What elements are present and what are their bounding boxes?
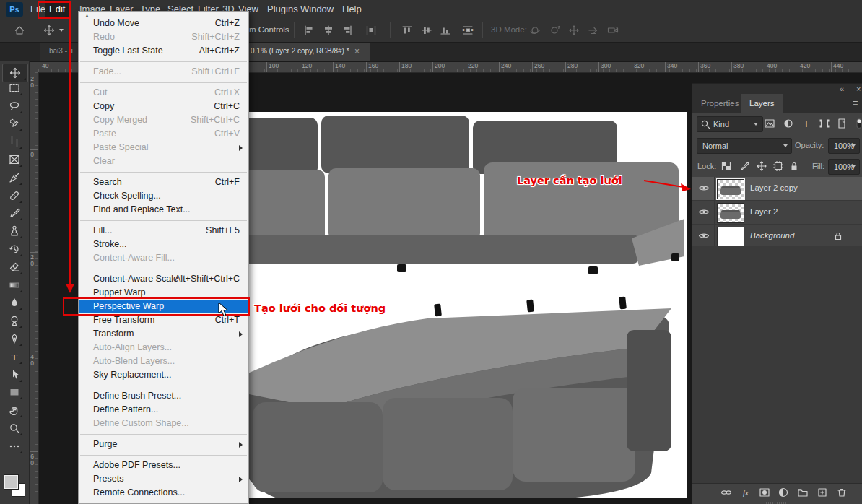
menu-item-auto-blend-layers[interactable]: Auto-Blend Layers... <box>79 355 248 368</box>
layer-visibility-eye-icon[interactable] <box>698 207 710 217</box>
menu-item-clear[interactable]: Clear <box>79 155 248 168</box>
healing-brush-tool[interactable] <box>6 187 23 204</box>
photoshop-logo[interactable]: Ps <box>6 2 23 17</box>
pen-tool[interactable] <box>6 330 23 347</box>
filter-kind-select[interactable]: Kind <box>697 116 763 132</box>
3d-pan-button[interactable] <box>568 25 580 36</box>
menu-item-toggle-last-state[interactable]: Toggle Last StateAlt+Ctrl+Z <box>79 44 248 58</box>
menu-item-paste-special[interactable]: Paste Special <box>79 141 248 155</box>
lock-pixels-button[interactable] <box>739 160 750 172</box>
menu-item-redo[interactable]: RedoShift+Ctrl+Z <box>79 30 248 44</box>
menu-item-copy[interactable]: CopyCtrl+C <box>79 100 248 113</box>
smart-object-filter-button[interactable] <box>836 118 848 129</box>
menu-item-presets[interactable]: Presets <box>79 472 248 486</box>
layer-thumbnail[interactable] <box>717 203 744 223</box>
align-top-button[interactable] <box>401 25 413 36</box>
lock-position-button[interactable] <box>756 160 767 172</box>
quick-selection-tool[interactable] <box>6 115 23 132</box>
close-tab-icon[interactable]: × <box>354 46 360 56</box>
3d-camera-button[interactable] <box>607 25 619 36</box>
menu-item-search[interactable]: SearchCtrl+F <box>79 175 248 189</box>
gradient-tool[interactable] <box>6 277 23 294</box>
menu-help[interactable]: Help <box>338 0 366 19</box>
blend-mode-select[interactable]: Normal <box>697 138 792 154</box>
layer-visibility-eye-icon[interactable] <box>698 183 710 193</box>
menu-item-undo-move[interactable]: Undo MoveCtrl+Z <box>79 17 248 30</box>
adjustment-filter-button[interactable] <box>783 118 794 129</box>
adjustment-layer-button[interactable] <box>778 487 789 498</box>
menu-window[interactable]: Window <box>296 0 338 19</box>
more-options-button[interactable]: ••• <box>462 25 475 34</box>
menu-item-copy-merged[interactable]: Copy MergedShift+Ctrl+C <box>79 113 248 127</box>
menu-item-fade[interactable]: Fade...Shift+Ctrl+F <box>79 65 248 79</box>
new-group-button[interactable] <box>797 487 809 498</box>
menu-item-content-aware-scale[interactable]: Content-Aware ScaleAlt+Shift+Ctrl+C <box>79 272 248 286</box>
layer-row-background[interactable]: Background <box>692 225 862 248</box>
lock-artboard-button[interactable] <box>772 160 784 172</box>
menu-item-define-custom-shape[interactable]: Define Custom Shape... <box>79 417 248 430</box>
edit-toolbar-tool[interactable] <box>6 438 23 455</box>
menu-item-fill[interactable]: Fill...Shift+F5 <box>79 224 248 238</box>
layer-row-layer-2[interactable]: Layer 2 <box>692 201 862 225</box>
menu-item-purge[interactable]: Purge <box>79 438 248 451</box>
crop-tool[interactable] <box>6 133 23 150</box>
align-center-horizontal-button[interactable] <box>323 25 334 36</box>
brush-tool[interactable] <box>6 204 23 222</box>
opacity-input[interactable]: 100% <box>828 138 860 154</box>
menu-item-adobe-pdf-presets[interactable]: Adobe PDF Presets... <box>79 459 248 472</box>
align-left-button[interactable] <box>303 25 315 36</box>
clone-stamp-tool[interactable] <box>6 222 23 240</box>
collapse-panel-icon[interactable]: « <box>840 84 844 94</box>
dodge-tool[interactable] <box>6 312 23 329</box>
menu-item-content-aware-fill[interactable]: Content-Aware Fill... <box>79 251 248 265</box>
frame-tool[interactable] <box>6 151 23 168</box>
move-tool-chevron-icon[interactable] <box>59 29 64 32</box>
type-tool[interactable]: T <box>6 348 23 365</box>
lock-transparent-button[interactable] <box>720 160 732 172</box>
pixel-filter-button[interactable] <box>764 118 775 129</box>
distribute-horizontal-button[interactable] <box>365 25 377 36</box>
link-layers-button[interactable] <box>720 487 732 498</box>
layer-name[interactable]: Layer 2 <box>750 207 778 216</box>
layer-thumbnail[interactable] <box>717 227 744 247</box>
rectangle-tool[interactable] <box>6 383 23 401</box>
layer-effects-button[interactable]: fx <box>740 487 752 498</box>
type-filter-button[interactable]: T <box>801 118 812 129</box>
eraser-tool[interactable] <box>6 258 23 276</box>
menu-item-define-pattern[interactable]: Define Pattern... <box>79 403 248 417</box>
filter-switch-button[interactable] <box>853 118 862 129</box>
align-right-button[interactable] <box>341 25 353 36</box>
layer-name[interactable]: Layer 2 copy <box>750 183 798 192</box>
fill-input[interactable]: 100% <box>828 159 860 175</box>
menu-item-paste[interactable]: PasteCtrl+V <box>79 127 248 141</box>
new-layer-button[interactable] <box>817 487 828 498</box>
foreground-color-swatch[interactable] <box>4 475 18 489</box>
3d-roll-button[interactable] <box>549 25 560 36</box>
menu-item-remote-connections[interactable]: Remote Connections... <box>79 486 248 500</box>
tab-layers[interactable]: Layers <box>741 94 783 113</box>
path-selection-tool[interactable] <box>6 366 23 383</box>
layer-visibility-eye-icon[interactable] <box>698 231 710 240</box>
rectangular-marquee-tool[interactable] <box>6 79 23 97</box>
eyedropper-tool[interactable] <box>6 169 23 186</box>
shape-filter-button[interactable] <box>819 118 830 129</box>
menu-item-stroke[interactable]: Stroke... <box>79 238 248 251</box>
align-bottom-button[interactable] <box>440 25 451 36</box>
3d-slide-button[interactable] <box>588 25 599 36</box>
move-tool-icon[interactable] <box>43 25 55 36</box>
zoom-tool[interactable] <box>6 420 23 437</box>
home-icon[interactable] <box>14 25 25 36</box>
menu-item-sky-replacement[interactable]: Sky Replacement... <box>79 368 248 382</box>
tab-properties[interactable]: Properties <box>692 94 747 113</box>
menu-item-check-spelling[interactable]: Check Spelling... <box>79 189 248 203</box>
layer-name[interactable]: Background <box>750 231 794 240</box>
menu-item-find-and-replace-text[interactable]: Find and Replace Text... <box>79 203 248 217</box>
lasso-tool[interactable] <box>6 97 23 115</box>
blur-tool[interactable] <box>6 294 23 311</box>
delete-layer-button[interactable] <box>836 487 848 498</box>
hand-tool[interactable] <box>6 401 23 419</box>
menu-item-transform[interactable]: Transform <box>79 327 248 341</box>
history-brush-tool[interactable] <box>6 240 23 258</box>
add-mask-button[interactable] <box>759 487 770 498</box>
menu-item-cut[interactable]: CutCtrl+X <box>79 86 248 100</box>
